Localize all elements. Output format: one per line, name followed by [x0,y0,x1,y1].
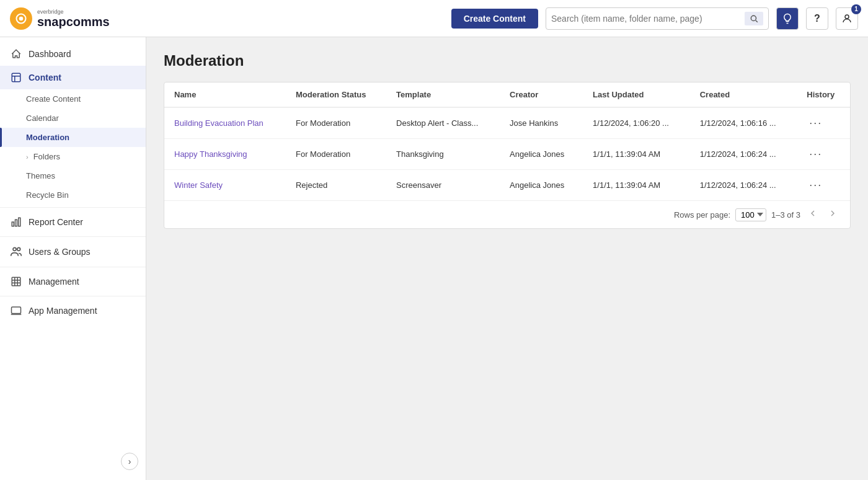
sidebar-item-report-center[interactable]: Report Center [0,210,146,234]
row-3-name-link[interactable]: Winter Safety [174,180,223,190]
logo-area: everbridge snapcomms [10,7,134,30]
chart-icon [10,216,22,228]
svg-rect-7 [16,220,17,226]
svg-point-4 [845,15,849,19]
row-1-name-link[interactable]: Building Evacuation Plan [174,118,264,128]
svg-rect-6 [12,222,14,226]
folders-label: Folders [33,152,60,161]
col-template[interactable]: Template [386,82,500,107]
row-3-more-button[interactable]: ··· [807,177,825,193]
sidebar-item-content[interactable]: Content [0,66,146,89]
chevron-right-icon [828,208,838,218]
svg-point-2 [751,16,756,20]
user-icon [841,13,852,24]
row-1-template: Desktop Alert - Class... [386,107,500,139]
sidebar-item-management[interactable]: Management [0,270,146,293]
app-header: everbridge snapcomms Create Content ? 1 [0,0,868,37]
row-2-name-link[interactable]: Happy Thanksgiving [174,149,247,159]
create-content-button[interactable]: Create Content [451,9,538,29]
sidebar: Dashboard Content Create Content Calenda… [0,37,146,480]
sidebar-divider-3 [0,267,146,267]
row-2-moderation-status: For Moderation [286,139,386,170]
sidebar-sub-item-calendar[interactable]: Calendar [0,109,146,128]
row-2-created: 1/12/2024, 1:06:24 ... [690,139,797,170]
moderation-table-card: Name Moderation Status Template Creator … [164,82,851,229]
sidebar-item-app-management[interactable]: App Management [0,299,146,322]
pagination-row: Rows per page: 10 25 50 100 1–3 of 3 [164,200,850,228]
prev-page-button[interactable] [805,207,820,222]
users-groups-label: Users & Groups [29,247,91,257]
dashboard-label: Dashboard [29,49,71,59]
calendar-label: Calendar [26,113,59,123]
svg-rect-11 [12,277,20,286]
sidebar-divider-2 [0,236,146,237]
row-name: Happy Thanksgiving [164,139,286,170]
table-row: Winter Safety Rejected Screensaver Angel… [164,170,850,201]
management-label: Management [29,277,79,287]
user-avatar-button[interactable]: 1 [836,7,858,30]
row-2-last-updated: 1/1/1, 11:39:04 AM [583,139,690,170]
row-name: Building Evacuation Plan [164,107,286,139]
sidebar-divider-1 [0,207,146,208]
row-3-template: Screensaver [386,170,500,201]
recycle-bin-label: Recycle Bin [26,190,69,200]
active-indicator [0,128,2,147]
svg-point-9 [13,247,16,251]
sidebar-sub-item-moderation[interactable]: Moderation [0,128,146,147]
sidebar-sub-item-folders[interactable]: › Folders [0,147,146,166]
row-1-creator: Jose Hankins [500,107,583,139]
help-button[interactable]: ? [806,7,828,30]
svg-rect-5 [12,73,20,82]
row-2-more-button[interactable]: ··· [807,146,825,162]
col-created[interactable]: Created [690,82,797,107]
brand-label: everbridge [37,9,110,15]
logo-icon [10,7,32,30]
chevron-left-icon [808,208,818,218]
row-3-moderation-status: Rejected [286,170,386,201]
body-layout: Dashboard Content Create Content Calenda… [0,37,868,480]
rows-per-page-select[interactable]: 10 25 50 100 [735,208,766,221]
col-moderation-status[interactable]: Moderation Status [286,82,386,107]
sidebar-item-users-groups[interactable]: Users & Groups [0,239,146,264]
logo-text: everbridge snapcomms [37,9,110,29]
search-icon [750,14,758,23]
moderation-table: Name Moderation Status Template Creator … [164,82,850,200]
svg-rect-12 [12,307,21,314]
laptop-icon [10,305,22,316]
notifications-button[interactable] [776,7,799,30]
sidebar-sub-item-recycle-bin[interactable]: Recycle Bin [0,185,146,205]
search-input[interactable] [551,14,745,24]
next-page-button[interactable] [825,207,840,222]
sidebar-item-dashboard[interactable]: Dashboard [0,42,146,66]
row-2-template: Thanksgiving [386,139,500,170]
rows-per-page-label: Rows per page: [674,210,730,220]
app-name-label: snapcomms [37,15,110,29]
svg-point-10 [17,247,20,251]
row-1-more-button[interactable]: ··· [807,115,825,131]
sidebar-sub-item-themes[interactable]: Themes [0,166,146,185]
chevron-right-icon: › [128,456,131,466]
row-1-created: 1/12/2024, 1:06:16 ... [690,107,797,139]
col-history[interactable]: History [797,82,850,107]
notification-badge: 1 [851,4,861,14]
moderation-label: Moderation [26,133,69,142]
row-3-created: 1/12/2024, 1:06:24 ... [690,170,797,201]
row-3-last-updated: 1/1/1, 11:39:04 AM [583,170,690,201]
svg-line-3 [756,20,758,22]
row-1-last-updated: 1/12/2024, 1:06:20 ... [583,107,690,139]
svg-point-0 [19,16,24,20]
sidebar-sub-item-create-content[interactable]: Create Content [0,89,146,109]
search-button[interactable] [745,12,763,25]
page-title: Moderation [164,52,851,69]
col-name[interactable]: Name [164,82,286,107]
table-row: Building Evacuation Plan For Moderation … [164,107,850,139]
sidebar-collapse-button[interactable]: › [121,453,138,470]
row-3-creator: Angelica Jones [500,170,583,201]
col-creator[interactable]: Creator [500,82,583,107]
lightbulb-icon [782,13,793,24]
col-last-updated[interactable]: Last Updated [583,82,690,107]
main-content: Moderation Name Moderation Status Templa… [146,37,868,480]
expand-icon: › [26,153,29,161]
row-2-history: ··· [797,139,850,170]
search-bar [546,7,769,30]
